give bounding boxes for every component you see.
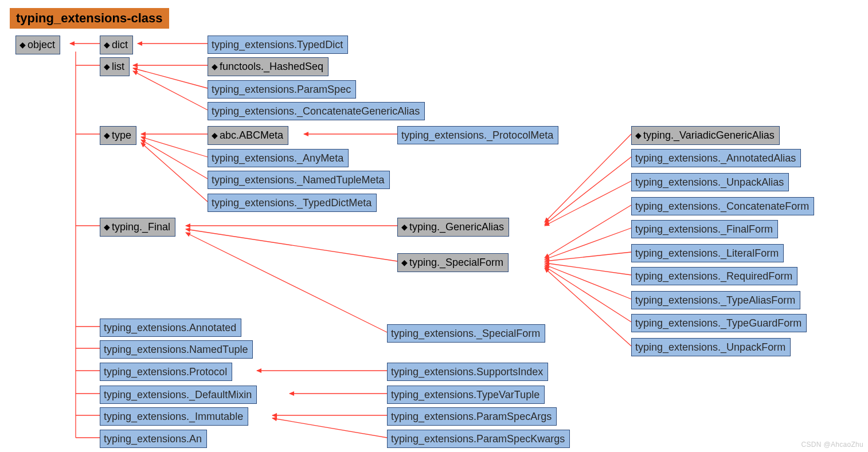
label: typing_extensions._ConcatenateForm (635, 201, 809, 212)
label: typing._SpecialForm (409, 257, 503, 268)
label: typing_extensions._Immutable (104, 411, 243, 422)
svg-line-16 (141, 137, 208, 157)
label: typing_extensions._DefaultMixin (104, 389, 252, 400)
label: typing_extensions._RequiredForm (635, 270, 792, 282)
label: typing_extensions._AnyMeta (212, 152, 343, 164)
label: typing_extensions._ProtocolMeta (401, 129, 553, 141)
svg-line-25 (545, 181, 631, 226)
node-object: ◆object (15, 36, 60, 54)
node-paramspec: typing_extensions.ParamSpec (208, 80, 356, 99)
label: functools._HashedSeq (220, 61, 323, 72)
diamond-icon: ◆ (401, 256, 408, 269)
diamond-icon: ◆ (19, 38, 26, 52)
label: abc.ABCMeta (220, 129, 283, 141)
label: type (112, 129, 131, 141)
label: typing_extensions.Annotated (104, 322, 236, 333)
node-typealiasform: typing_extensions._TypeAliasForm (631, 291, 800, 309)
label: typing_extensions._UnpackAlias (635, 176, 784, 188)
watermark-text: CSDN @AhcaoZhu (801, 441, 863, 449)
diamond-icon: ◆ (104, 38, 110, 52)
label: typing_extensions._NamedTupleMeta (212, 174, 385, 186)
svg-line-26 (545, 205, 631, 258)
node-dict: ◆dict (100, 36, 133, 54)
node-literalform: typing_extensions._LiteralForm (631, 244, 784, 262)
node-paramspeckwargs: typing_extensions.ParamSpecKwargs (387, 430, 570, 448)
label: typing_extensions._TypeGuardForm (635, 317, 801, 329)
label: typing_extensions.SupportsIndex (391, 366, 543, 378)
label: typing._VariadicGenericAlias (643, 129, 775, 141)
title: typing_extensions-class (10, 8, 169, 29)
diamond-icon: ◆ (212, 128, 218, 142)
node-genericalias: ◆typing._GenericAlias (397, 218, 509, 237)
svg-line-27 (545, 228, 631, 260)
label: typing_extensions.ParamSpec (212, 84, 351, 95)
svg-line-24 (545, 157, 631, 225)
label: object (28, 39, 55, 50)
node-hashedseq: ◆functools._HashedSeq (208, 57, 329, 76)
svg-line-32 (545, 268, 631, 346)
label: typing_extensions.NamedTuple (104, 344, 248, 355)
node-concat-generic-alias: typing_extensions._ConcatenateGenericAli… (208, 102, 425, 120)
node-protocolmeta: typing_extensions._ProtocolMeta (397, 126, 558, 144)
node-annotatedalias: typing_extensions._AnnotatedAlias (631, 149, 801, 167)
node-typing-final: ◆typing._Final (100, 218, 175, 237)
label: typing_extensions.ParamSpecArgs (391, 411, 552, 422)
node-unpackform: typing_extensions._UnpackForm (631, 338, 791, 356)
label: typing_extensions.TypedDict (212, 39, 343, 50)
diamond-icon: ◆ (104, 60, 110, 73)
label: typing._Final (112, 221, 170, 233)
node-type: ◆type (100, 126, 136, 145)
label: typing._GenericAlias (409, 221, 504, 233)
diamond-icon: ◆ (104, 128, 110, 142)
label: typing_extensions._SpecialForm (391, 328, 540, 339)
label: typing_extensions.TypeVarTuple (391, 389, 539, 400)
label: typing_extensions.Protocol (104, 366, 227, 378)
node-namedtuple: typing_extensions.NamedTuple (100, 340, 253, 359)
node-specialform-blue: typing_extensions._SpecialForm (387, 324, 545, 343)
label: typing_extensions.An (104, 433, 202, 445)
node-abcmeta: ◆abc.ABCMeta (208, 126, 288, 145)
diamond-icon: ◆ (401, 220, 408, 234)
diamond-icon: ◆ (635, 128, 642, 142)
node-protocol: typing_extensions.Protocol (100, 363, 232, 381)
node-immutable: typing_extensions._Immutable (100, 407, 248, 426)
node-variadic-ga: ◆typing._VariadicGenericAlias (631, 126, 780, 145)
diamond-icon: ◆ (104, 220, 110, 234)
node-supportsindex: typing_extensions.SupportsIndex (387, 363, 548, 381)
svg-line-18 (141, 143, 208, 202)
label: typing_extensions._UnpackForm (635, 341, 785, 353)
label: typing_extensions._LiteralForm (635, 247, 779, 259)
node-typevartuple: typing_extensions.TypeVarTuple (387, 386, 545, 404)
svg-line-17 (141, 140, 208, 179)
label: typing_extensions.ParamSpecKwargs (391, 433, 565, 445)
node-finalform: typing_extensions._FinalForm (631, 220, 778, 238)
svg-line-13 (133, 68, 208, 88)
svg-line-21 (186, 229, 397, 261)
node-requiredform: typing_extensions._RequiredForm (631, 267, 797, 285)
title-text: typing_extensions-class (16, 11, 163, 25)
svg-line-28 (545, 252, 631, 261)
svg-line-31 (545, 266, 631, 322)
svg-line-30 (545, 265, 631, 299)
node-typeddict: typing_extensions.TypedDict (208, 36, 348, 54)
label: typing_extensions._AnnotatedAlias (635, 152, 796, 164)
svg-line-36 (272, 418, 387, 438)
node-unpackalias: typing_extensions._UnpackAlias (631, 173, 789, 191)
label: dict (112, 39, 128, 50)
node-typeguardform: typing_extensions._TypeGuardForm (631, 314, 807, 332)
node-defaultmixin: typing_extensions._DefaultMixin (100, 386, 257, 404)
label: typing_extensions._TypeAliasForm (635, 294, 795, 306)
node-typeddictmeta: typing_extensions._TypedDictMeta (208, 194, 377, 212)
node-list: ◆list (100, 57, 130, 76)
node-an: typing_extensions.An (100, 430, 207, 448)
label: typing_extensions._ConcatenateGenericAli… (212, 105, 420, 117)
svg-line-23 (545, 134, 631, 222)
svg-line-14 (133, 71, 208, 110)
node-anymeta: typing_extensions._AnyMeta (208, 149, 349, 167)
watermark: CSDN @AhcaoZhu (801, 441, 863, 449)
svg-line-29 (545, 263, 631, 275)
node-paramspecargs: typing_extensions.ParamSpecArgs (387, 407, 557, 426)
label: list (112, 61, 124, 72)
node-specialform-gray: ◆typing._SpecialForm (397, 253, 509, 272)
label: typing_extensions._FinalForm (635, 223, 773, 235)
